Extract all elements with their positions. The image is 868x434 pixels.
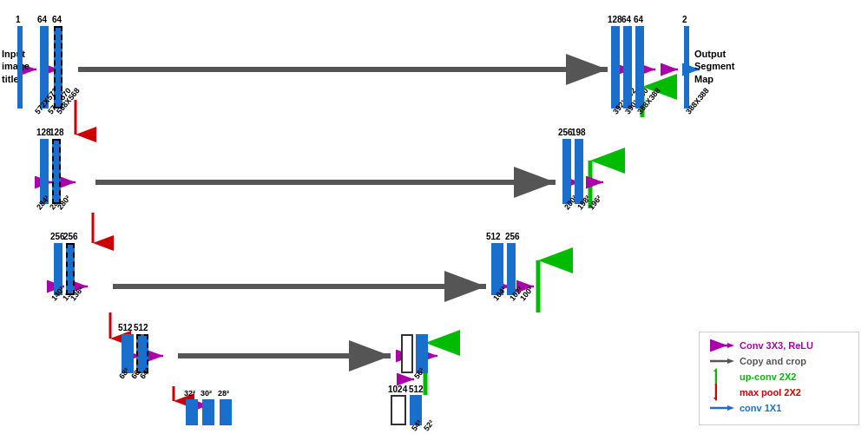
block-r1-r256 xyxy=(562,139,571,204)
label-r1-r198: 198 xyxy=(571,128,586,137)
legend-maxpool-label: max pool 2X2 xyxy=(740,387,801,398)
label-r0-r128: 128 xyxy=(608,15,622,24)
legend-copy-label: Copy and crop xyxy=(740,356,806,366)
label-r2-r512: 512 xyxy=(486,232,501,241)
label-r4-30: 30² xyxy=(201,389,212,398)
block-r1-128b xyxy=(52,139,61,204)
legend-conv-label: Conv 3X3, ReLU xyxy=(740,340,813,351)
block-r4-1024w xyxy=(391,395,406,425)
label-r0-64b: 64 xyxy=(52,15,62,24)
label-r0-r64a: 64 xyxy=(621,15,631,24)
block-r4-small3 xyxy=(220,399,232,425)
block-r2-256b xyxy=(66,243,75,295)
legend-conv1x1: conv 1X1 xyxy=(710,402,848,414)
label-r1-128b: 128 xyxy=(49,128,64,137)
legend: Conv 3X3, ReLU Copy and crop up-conv 2X2… xyxy=(699,332,859,425)
block-r0-r64a xyxy=(623,26,632,108)
block-r4-small1 xyxy=(186,399,198,425)
label-r0-64a: 64 xyxy=(37,15,47,24)
label-r0-1: 1 xyxy=(16,15,21,24)
legend-upconv-arrow xyxy=(710,371,734,383)
block-r3-r512w xyxy=(401,334,413,373)
label-r4-512: 512 xyxy=(409,385,424,394)
label-r4-28: 28² xyxy=(218,389,229,398)
svg-marker-38 xyxy=(727,343,734,348)
unet-diagram: Inputimagetitle 1 64 572X572 570X570 64 … xyxy=(0,0,868,434)
block-r0-r2 xyxy=(684,26,689,108)
block-r0-r64b xyxy=(635,26,644,108)
label-r0-r2: 2 xyxy=(682,15,687,24)
label-r4-1024: 1024 xyxy=(388,385,407,394)
label-r3-512b: 512 xyxy=(134,323,148,332)
svg-marker-44 xyxy=(713,398,717,401)
label-r2-256b: 256 xyxy=(63,232,78,241)
block-r0-64b xyxy=(54,26,62,108)
legend-upconv-label: up-conv 2X2 xyxy=(740,372,796,382)
label-r4-32: 32² xyxy=(184,389,195,398)
label-r0-r64b: 64 xyxy=(634,15,643,24)
legend-conv-arrow xyxy=(710,339,734,352)
svg-marker-46 xyxy=(727,405,734,411)
legend-maxpool: max pool 2X2 xyxy=(710,386,848,398)
block-r1-r198 xyxy=(575,139,583,204)
legend-maxpool-arrow xyxy=(710,386,734,398)
block-r0-1 xyxy=(17,26,23,108)
block-r0-r128 xyxy=(611,26,620,108)
legend-conv1x1-label: conv 1X1 xyxy=(740,403,781,413)
svg-marker-40 xyxy=(727,358,734,364)
legend-copy-arrow xyxy=(710,355,734,367)
svg-marker-42 xyxy=(713,368,717,372)
input-label: Inputimagetitle xyxy=(2,48,30,85)
legend-conv1x1-arrow xyxy=(710,402,734,414)
label-r4-52: 52² xyxy=(422,418,436,432)
block-r4-small2 xyxy=(202,399,214,425)
label-r2-r256: 256 xyxy=(505,232,520,241)
label-r3-512a: 512 xyxy=(118,323,133,332)
output-label: OutputSegmentMap xyxy=(694,48,734,85)
legend-upconv: up-conv 2X2 xyxy=(710,371,848,383)
legend-conv: Conv 3X3, ReLU xyxy=(710,339,848,352)
legend-copy: Copy and crop xyxy=(710,355,848,367)
